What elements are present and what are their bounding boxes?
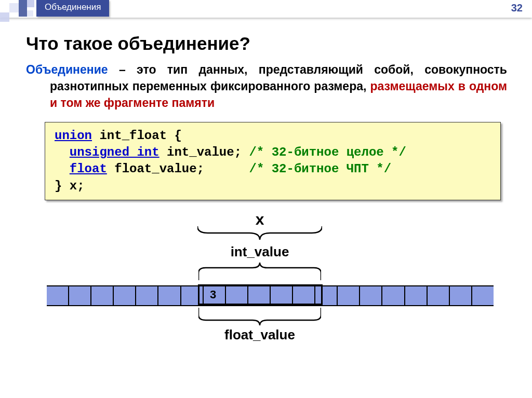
- label-int-value: int_value: [197, 244, 322, 260]
- slide-header: Объединения 32: [0, 0, 532, 18]
- memory-cell: [338, 286, 360, 305]
- slide-title: Что такое объединение?: [26, 33, 511, 54]
- code-comment-1: /* 32-битное целое */: [249, 145, 406, 159]
- memory-cell: [91, 286, 114, 305]
- memory-cell: [405, 286, 428, 305]
- code-kw-union: union: [55, 129, 92, 143]
- memory-cell: [382, 286, 405, 305]
- code-kw-unsigned-int: unsigned int: [70, 145, 159, 159]
- label-float-value: float_value: [187, 327, 332, 343]
- code-block: union int_float { unsigned int int_value…: [45, 122, 501, 201]
- slide-content: Что такое объединение? Объединение – это…: [0, 18, 532, 352]
- memory-cell: [47, 286, 69, 305]
- memory-cell: [428, 286, 450, 305]
- brace-float-value: [198, 308, 321, 325]
- memory-cell: [69, 286, 91, 305]
- code-line2: int_value;: [159, 145, 249, 159]
- brace-int-value: [198, 263, 321, 280]
- memory-cell: [472, 286, 494, 305]
- code-kw-float: float: [70, 162, 107, 176]
- breadcrumb: Объединения: [36, 0, 109, 17]
- code-line3: float_value;: [107, 162, 249, 176]
- page-number: 32: [511, 2, 523, 14]
- memory-cell: [360, 286, 382, 305]
- memory-cell-value: 3: [202, 286, 224, 303]
- memory-cell: [450, 286, 472, 305]
- decor-squares: [0, 0, 37, 18]
- memory-cell: [158, 286, 181, 305]
- memory-diagram: x int_value: [26, 207, 514, 352]
- code-comment-2: /* 32-битное ЧПТ */: [249, 162, 391, 176]
- label-x: x: [182, 211, 338, 228]
- brace-x: [197, 226, 322, 240]
- code-line4: } x;: [55, 179, 85, 193]
- memory-cell: [114, 286, 136, 305]
- memory-cell: [136, 286, 158, 305]
- definition-term: Объединение: [26, 63, 108, 76]
- definition-paragraph: Объединение – это тип данных, представля…: [26, 61, 507, 112]
- code-line1: int_float {: [92, 129, 182, 143]
